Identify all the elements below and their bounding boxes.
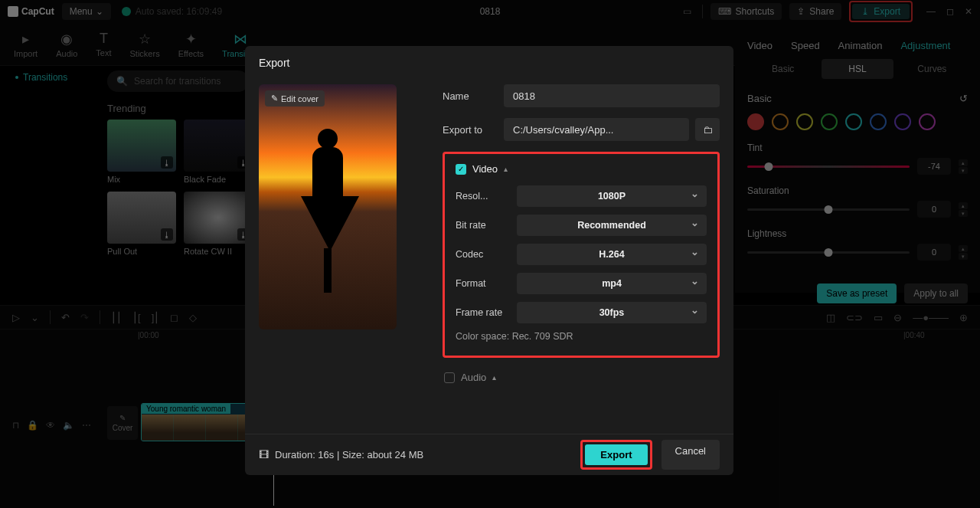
audio-checkbox[interactable] [444, 372, 455, 383]
caret-up-icon: ▴ [492, 373, 496, 382]
resolution-dropdown[interactable]: 1080P [517, 185, 707, 207]
name-label: Name [443, 90, 504, 102]
name-input[interactable]: 0818 [504, 84, 720, 107]
audio-label: Audio [461, 372, 486, 383]
silhouette-figure [301, 129, 354, 297]
browse-folder-button[interactable]: 🗀 [695, 118, 720, 141]
framerate-label: Frame rate [456, 307, 517, 318]
export-to-input[interactable]: C:/Users/cvalley/App... [504, 118, 689, 141]
format-dropdown[interactable]: mp4 [517, 273, 707, 294]
codec-dropdown[interactable]: H.264 [517, 244, 707, 265]
export-confirm-button[interactable]: Export [585, 444, 647, 465]
audio-section[interactable]: Audio ▴ [443, 372, 720, 383]
export-info: 🎞Duration: 16s | Size: about 24 MB [259, 449, 423, 460]
edit-cover-button[interactable]: ✎Edit cover [265, 90, 325, 107]
codec-label: Codec [456, 249, 517, 260]
export-modal: Export ✎Edit cover Name 0818 Export to C… [245, 46, 733, 475]
video-section-label: Video [472, 163, 498, 175]
cancel-button[interactable]: Cancel [662, 440, 720, 470]
cover-preview: ✎Edit cover [259, 84, 397, 329]
video-checkbox[interactable]: ✓ [456, 164, 466, 175]
modal-title: Export [245, 46, 733, 80]
film-icon: 🎞 [259, 449, 269, 460]
export-to-label: Export to [443, 124, 504, 136]
caret-up-icon[interactable]: ▴ [504, 165, 508, 173]
folder-icon: 🗀 [703, 124, 713, 136]
format-label: Format [456, 278, 517, 289]
pencil-icon: ✎ [271, 93, 278, 103]
resolution-label: Resol... [456, 191, 517, 202]
framerate-dropdown[interactable]: 30fps [517, 302, 707, 323]
colorspace-label: Color space: Rec. 709 SDR [456, 331, 707, 342]
bitrate-label: Bit rate [456, 220, 517, 231]
export-button-highlight: Export [580, 440, 652, 470]
video-settings-highlight: ✓Video▴ Resol...1080P Bit rateRecommende… [443, 152, 720, 358]
bitrate-dropdown[interactable]: Recommended [517, 215, 707, 236]
